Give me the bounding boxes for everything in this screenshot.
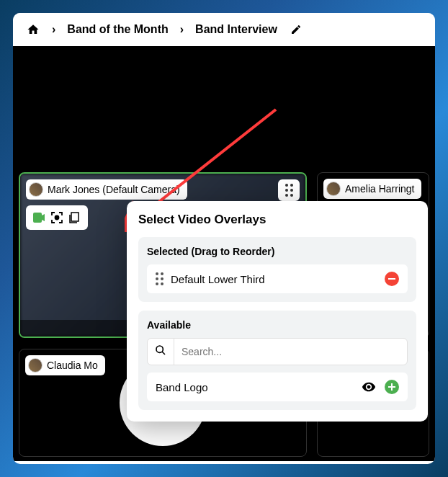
avatar xyxy=(29,182,43,197)
search-icon xyxy=(148,339,174,365)
available-section-title: Available xyxy=(147,319,408,331)
app-window: › Band of the Month › Band Interview Mar… xyxy=(13,13,435,464)
avatar xyxy=(326,182,341,196)
available-section: Available Band Logo xyxy=(138,311,416,410)
avatar xyxy=(28,358,42,373)
add-button[interactable] xyxy=(385,380,399,394)
search-row xyxy=(147,338,408,365)
home-icon[interactable] xyxy=(26,23,40,36)
breadcrumb-item-1[interactable]: Band of the Month xyxy=(67,23,168,36)
selected-section: Selected (Drag to Reorder) Default Lower… xyxy=(138,237,416,302)
chevron-icon: › xyxy=(52,23,55,36)
camera-icon[interactable] xyxy=(32,210,48,226)
popup-title: Select Video Overlays xyxy=(138,213,416,227)
participant-name-tag: Claudia Mo xyxy=(25,355,105,375)
drag-dots-icon xyxy=(285,184,293,197)
selected-overlay-item[interactable]: Default Lower Third xyxy=(147,264,408,293)
svg-point-3 xyxy=(156,346,163,352)
selected-section-title: Selected (Drag to Reorder) xyxy=(147,246,408,257)
search-input[interactable] xyxy=(174,340,407,363)
tile-controls xyxy=(26,205,88,230)
preview-icon[interactable] xyxy=(362,380,376,394)
participant-name: Mark Jones (Default Camera) xyxy=(48,184,180,195)
svg-point-1 xyxy=(55,216,59,220)
available-overlay-item: Band Logo xyxy=(147,373,408,401)
overlay-item-label: Default Lower Third xyxy=(171,273,377,285)
drag-dots-icon[interactable] xyxy=(156,272,163,285)
overlay-item-label: Band Logo xyxy=(156,381,353,393)
svg-rect-2 xyxy=(71,213,79,221)
participant-name: Claudia Mo xyxy=(47,360,98,371)
tile-drag-handle[interactable] xyxy=(278,179,300,201)
focus-icon[interactable] xyxy=(49,210,65,226)
participant-name: Amelia Harringt xyxy=(345,183,414,195)
participant-name-tag: Amelia Harringt xyxy=(323,179,421,199)
breadcrumb-item-2[interactable]: Band Interview xyxy=(195,23,277,36)
participant-name-tag: Mark Jones (Default Camera) xyxy=(26,179,187,200)
chevron-icon: › xyxy=(180,23,184,36)
breadcrumb: › Band of the Month › Band Interview xyxy=(13,13,435,46)
edit-icon[interactable] xyxy=(290,24,302,35)
remove-button[interactable] xyxy=(385,272,399,286)
overlays-popup: Select Video Overlays Selected (Drag to … xyxy=(127,201,428,422)
svg-line-4 xyxy=(162,352,165,355)
video-stage: Mark Jones (Default Camera) Ma Amelia Ha… xyxy=(13,46,435,461)
layers-icon[interactable] xyxy=(66,210,82,226)
